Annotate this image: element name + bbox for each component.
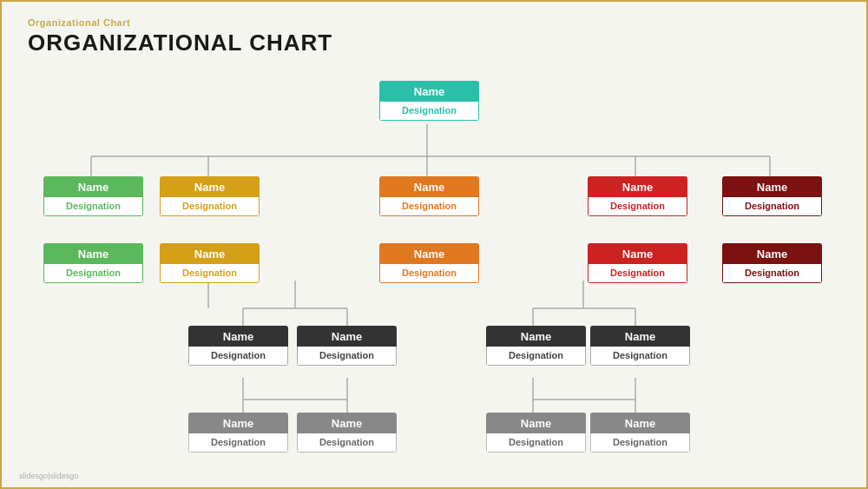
card-l2-2-designation: Designation [379, 264, 479, 283]
card-l3-3-designation: Designation [590, 347, 690, 366]
card-l4-1-name: Name [297, 413, 397, 433]
card-l3-0-name: Name [188, 326, 288, 347]
card-l1-2: Name Designation [379, 176, 479, 216]
card-l2-2: Name Designation [379, 243, 479, 283]
card-l1-1: Name Designation [160, 176, 260, 216]
card-l1-4-name: Name [722, 176, 822, 197]
card-l4-3: Name Designation [590, 413, 690, 453]
card-l1-1-name: Name [160, 176, 260, 197]
card-l4-0: Name Designation [188, 413, 288, 453]
card-l2-2-name: Name [379, 243, 479, 264]
chart-area: Name Designation Name Designation Name D… [28, 65, 840, 439]
card-l3-1-designation: Designation [297, 347, 397, 366]
page: Organizational Chart ORGANIZATIONAL CHAR… [2, 2, 866, 487]
card-l2-3-name: Name [588, 243, 687, 264]
card-l1-3: Name Designation [588, 176, 687, 216]
card-l2-1-designation: Designation [160, 264, 260, 283]
card-l1-0-name: Name [43, 176, 143, 197]
card-l2-4-name: Name [722, 243, 822, 264]
card-l3-2-name: Name [486, 326, 586, 347]
card-l3-2-designation: Designation [486, 347, 586, 366]
card-l2-3: Name Designation [588, 243, 687, 283]
card-l1-1-designation: Designation [160, 197, 260, 216]
card-l2-4-designation: Designation [722, 264, 822, 283]
card-l4-3-name: Name [590, 413, 690, 433]
card-l2-4: Name Designation [722, 243, 822, 283]
card-l4-2: Name Designation [486, 413, 586, 453]
card-l1-0-designation: Designation [43, 197, 143, 216]
card-root-name: Name [379, 81, 479, 102]
card-l3-2: Name Designation [486, 326, 586, 366]
card-l4-0-designation: Designation [188, 433, 288, 453]
card-l2-1-name: Name [160, 243, 260, 264]
card-l1-2-designation: Designation [379, 197, 479, 216]
card-l3-0: Name Designation [188, 326, 288, 366]
card-l3-0-designation: Designation [188, 347, 288, 366]
card-l3-3-name: Name [590, 326, 690, 347]
card-l1-3-designation: Designation [588, 197, 687, 216]
card-l2-3-designation: Designation [588, 264, 687, 283]
card-l1-2-name: Name [379, 176, 479, 197]
card-l4-2-designation: Designation [486, 433, 586, 453]
card-l4-3-designation: Designation [590, 433, 690, 453]
card-l2-0-designation: Designation [43, 264, 143, 283]
card-l4-2-name: Name [486, 413, 586, 433]
card-root-designation: Designation [379, 102, 479, 121]
card-l4-0-name: Name [188, 413, 288, 433]
card-l4-1: Name Designation [297, 413, 397, 453]
card-l3-3: Name Designation [590, 326, 690, 366]
card-l2-1: Name Designation [160, 243, 260, 283]
main-title: ORGANIZATIONAL CHART [28, 30, 840, 56]
card-l1-4-designation: Designation [722, 197, 822, 216]
card-l2-0-name: Name [43, 243, 143, 264]
card-l1-4: Name Designation [722, 176, 822, 216]
card-root: Name Designation [379, 81, 479, 121]
card-l4-1-designation: Designation [297, 433, 397, 453]
subtitle: Organizational Chart [28, 17, 840, 28]
watermark: slidesgo|slidesgo [19, 472, 78, 480]
card-l1-3-name: Name [588, 176, 687, 197]
card-l1-0: Name Designation [43, 176, 143, 216]
card-l2-0: Name Designation [43, 243, 143, 283]
card-l3-1-name: Name [297, 326, 397, 347]
card-l3-1: Name Designation [297, 326, 397, 366]
